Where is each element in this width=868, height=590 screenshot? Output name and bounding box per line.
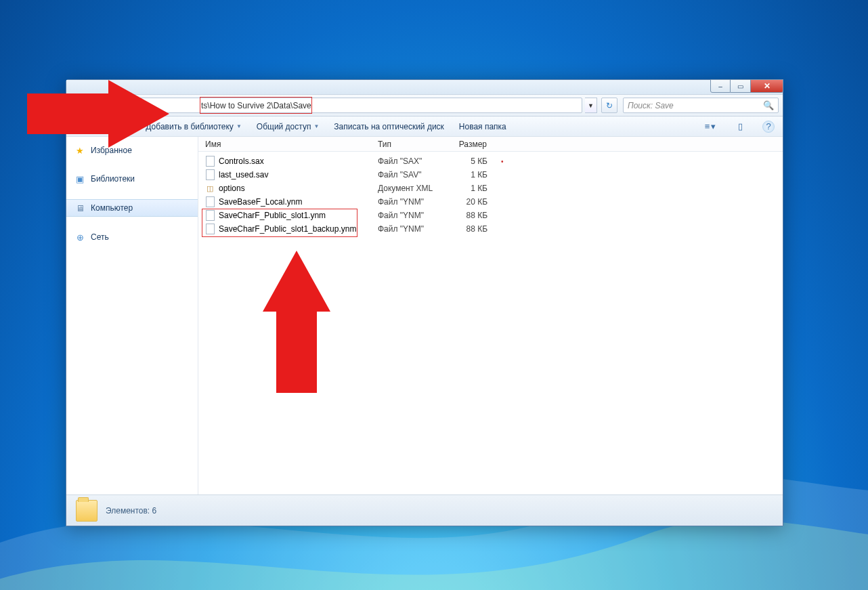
file-icon — [205, 197, 215, 207]
file-name: Controls.sax — [219, 156, 264, 166]
file-size: 88 КБ — [447, 224, 494, 234]
annotation-arrow-right — [27, 80, 169, 150]
computer-icon: 🖥 — [74, 203, 85, 213]
column-headers[interactable]: Имя Тип Размер — [198, 137, 783, 152]
preview-pane-button[interactable]: ▯ — [733, 120, 747, 133]
column-type[interactable]: Тип — [371, 140, 447, 149]
annotation-arrow-up — [263, 251, 330, 396]
folder-icon — [76, 500, 97, 522]
file-name: last_used.sav — [219, 170, 268, 180]
file-size: 1 КБ — [447, 170, 494, 180]
breadcrumb-dropdown[interactable]: ▼ — [585, 98, 597, 113]
titlebar[interactable]: – ▭ ✕ — [66, 80, 783, 95]
file-icon: ◫ — [205, 184, 215, 193]
toolbar-burn[interactable]: Записать на оптический диск — [334, 122, 444, 131]
sidebar-item-libraries[interactable]: ▣ Библиотеки — [66, 171, 198, 187]
file-icon — [205, 211, 215, 220]
maximize-button[interactable]: ▭ — [731, 79, 751, 93]
file-row[interactable]: SaveCharF_Public_slot1.ynmФайл "YNM"88 К… — [198, 209, 783, 222]
file-size: 88 КБ — [447, 211, 494, 220]
file-icon — [205, 224, 215, 234]
file-name: options — [219, 184, 245, 193]
minimize-button[interactable]: – — [710, 79, 731, 93]
file-mark: • — [494, 158, 515, 165]
statusbar: Элементов: 6 — [66, 494, 783, 526]
breadcrumb-path: ts\How to Survive 2\Data\Save — [201, 101, 311, 110]
toolbar-new-folder[interactable]: Новая папка — [459, 122, 506, 131]
file-size: 20 КБ — [447, 197, 494, 207]
svg-marker-1 — [263, 251, 330, 393]
file-size: 5 КБ — [447, 156, 494, 166]
sidebar: ★ Избранное ▣ Библиотеки 🖥 Компьютер ⊕ — [66, 137, 198, 494]
sidebar-item-computer[interactable]: 🖥 Компьютер — [66, 199, 198, 217]
explorer-window: – ▭ ✕ ◄ ► ts\How to Survive 2\Data\Save … — [66, 79, 783, 526]
toolbar: Упорядочить▼ Добавить в библиотеку▼ Общи… — [66, 117, 783, 137]
file-type: Файл "SAV" — [371, 170, 447, 180]
refresh-button[interactable]: ↻ — [601, 98, 617, 113]
file-type: Файл "SAX" — [371, 156, 447, 166]
file-row[interactable]: ◫optionsДокумент XML1 КБ — [198, 182, 783, 195]
file-row[interactable]: SaveCharF_Public_slot1_backup.ynmФайл "Y… — [198, 222, 783, 236]
column-size[interactable]: Размер — [447, 140, 494, 149]
sidebar-item-network[interactable]: ⊕ Сеть — [66, 229, 198, 245]
search-input[interactable]: Поиск: Save 🔍 — [623, 98, 779, 113]
search-icon: 🔍 — [763, 100, 774, 110]
libraries-icon: ▣ — [74, 173, 85, 184]
toolbar-share[interactable]: Общий доступ▼ — [257, 122, 320, 131]
file-name: SaveCharF_Public_slot1.ynm — [219, 211, 326, 220]
status-count: Элементов: 6 — [106, 506, 156, 515]
file-icon — [205, 156, 215, 166]
file-name: SaveCharF_Public_slot1_backup.ynm — [219, 224, 356, 234]
file-icon — [205, 170, 215, 180]
breadcrumb[interactable]: ts\How to Survive 2\Data\Save — [110, 98, 582, 113]
file-type: Файл "YNM" — [371, 211, 447, 220]
file-size: 1 КБ — [447, 184, 494, 193]
close-button[interactable]: ✕ — [751, 79, 783, 93]
search-placeholder: Поиск: Save — [628, 101, 674, 110]
help-button[interactable]: ? — [762, 121, 775, 133]
file-row[interactable]: SaveBaseF_Local.ynmФайл "YNM"20 КБ — [198, 195, 783, 209]
view-options-button[interactable]: ≡▾ — [703, 120, 718, 133]
network-icon: ⊕ — [74, 232, 85, 243]
file-row[interactable]: last_used.savФайл "SAV"1 КБ — [198, 168, 783, 182]
file-type: Файл "YNM" — [371, 224, 447, 234]
file-row[interactable]: Controls.saxФайл "SAX"5 КБ• — [198, 154, 783, 168]
navbar: ◄ ► ts\How to Survive 2\Data\Save ▼ ↻ По… — [66, 95, 783, 117]
file-type: Документ XML — [371, 184, 447, 193]
file-type: Файл "YNM" — [371, 197, 447, 207]
column-name[interactable]: Имя — [198, 140, 371, 149]
file-name: SaveBaseF_Local.ynm — [219, 197, 302, 207]
svg-marker-0 — [27, 80, 169, 148]
window-controls: – ▭ ✕ — [710, 79, 783, 93]
